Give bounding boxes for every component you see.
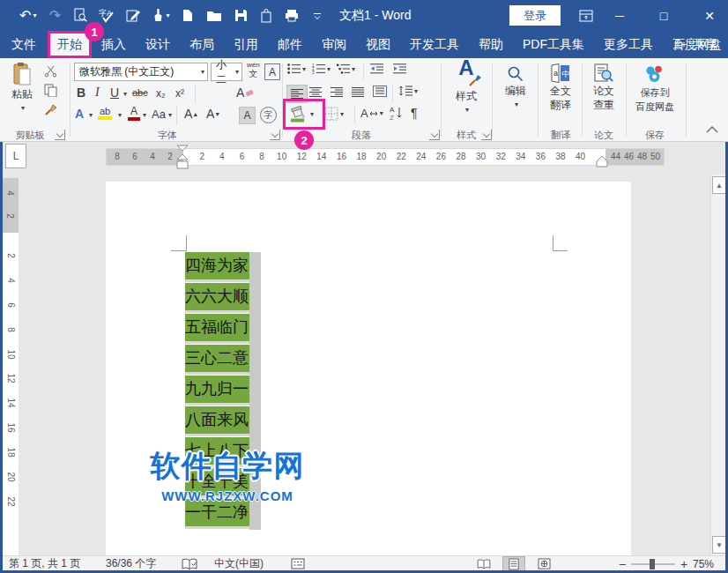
font-name-combo[interactable]: 微软雅黑 (中文正文) ▾	[74, 63, 208, 81]
text-effects-button[interactable]: A	[75, 107, 84, 121]
tab-developer[interactable]: 开发工具	[400, 31, 469, 58]
chevron-down-icon[interactable]: ▾	[143, 111, 146, 119]
tab-help[interactable]: 帮助	[469, 31, 513, 58]
open-button[interactable]	[206, 7, 222, 25]
ribbon-display-options-button[interactable]	[571, 0, 601, 31]
borders-button[interactable]: ▾	[324, 107, 344, 121]
print-layout-button[interactable]	[502, 556, 525, 571]
chevron-down-icon[interactable]: ▾	[168, 111, 172, 119]
tab-stop-selector[interactable]: L	[5, 144, 26, 168]
grow-font-button[interactable]: A▲	[184, 107, 198, 121]
read-mode-button[interactable]	[472, 556, 495, 571]
shrink-font-button[interactable]: A▼	[206, 107, 220, 121]
tab-more-tools[interactable]: 更多工具	[594, 31, 663, 58]
tab-layout[interactable]: 布局	[180, 31, 224, 58]
phonetic-guide-button[interactable]: wén 文	[247, 61, 260, 78]
zoom-level[interactable]: 75%	[693, 556, 714, 571]
align-center-button[interactable]	[309, 87, 322, 97]
format-painter-button[interactable]	[44, 103, 57, 116]
tab-design[interactable]: 设计	[136, 31, 180, 58]
highlighted-text-line[interactable]: 三心二意	[185, 345, 249, 375]
share-button[interactable]: 共享	[672, 31, 717, 58]
new-document-button[interactable]	[181, 7, 195, 25]
highlighted-text-line[interactable]: 八面来风	[185, 406, 249, 436]
sort-button[interactable]: AZ	[390, 105, 403, 121]
page-number-status[interactable]: 第 1 页, 共 1 页	[9, 556, 80, 571]
tab-references[interactable]: 引用	[224, 31, 268, 58]
line-spacing-button[interactable]: ▾	[398, 86, 418, 96]
styles-dialog-launcher[interactable]	[481, 130, 492, 140]
page[interactable]: 四海为家六六大顺五福临门三心二意九九归一八面来风七上八下十全十美一干二净 软件自…	[106, 182, 631, 555]
proofing-status-button[interactable]	[182, 556, 197, 571]
web-layout-button[interactable]	[532, 556, 555, 571]
chevron-down-icon[interactable]: ▾	[89, 111, 93, 119]
clipboard-dialog-launcher[interactable]	[55, 130, 65, 140]
character-shading-button[interactable]: A	[239, 107, 256, 124]
cut-button[interactable]	[44, 64, 57, 78]
tab-view[interactable]: 视图	[356, 31, 400, 58]
zoom-in-button[interactable]: +	[680, 556, 687, 571]
numbered-list-button[interactable]: 123 ▾	[312, 63, 331, 74]
font-dialog-launcher[interactable]	[270, 130, 280, 140]
superscript-button[interactable]: x²	[175, 87, 184, 100]
decrease-indent-button[interactable]	[370, 63, 383, 74]
login-button[interactable]: 登录	[509, 5, 561, 26]
word-count-status[interactable]: 36/36 个字	[106, 556, 156, 571]
vertical-ruler[interactable]: 42 246810121416182022	[3, 178, 19, 555]
touch-mode-button[interactable]: ▾	[152, 7, 169, 25]
highlighted-text-line[interactable]: 五福临门	[185, 314, 249, 344]
clear-formatting-button[interactable]: A	[236, 86, 254, 100]
zoom-out-button[interactable]: −	[619, 556, 626, 571]
redo-button[interactable]: ↷	[48, 7, 62, 25]
strikethrough-button[interactable]: abc	[132, 87, 148, 98]
increase-indent-button[interactable]	[393, 63, 406, 74]
close-button[interactable]: ✕	[695, 0, 724, 31]
copy-button[interactable]	[44, 84, 57, 97]
paper-check-button[interactable]: 论文 查重	[583, 63, 624, 123]
undo-button[interactable]: ↶▾	[19, 7, 36, 25]
quick-print-button[interactable]	[285, 7, 299, 25]
chevron-down-icon[interactable]: ▾	[118, 111, 122, 119]
spelling-check-button[interactable]: 字A	[99, 7, 115, 25]
enclose-characters-button[interactable]: 字	[260, 107, 277, 123]
edit-document-button[interactable]	[126, 7, 141, 25]
character-scaling-button[interactable]: A ▾	[360, 107, 383, 120]
distribute-text-button[interactable]	[373, 86, 387, 97]
save-to-baidu-button[interactable]: 保存到 百度网盘	[628, 63, 682, 123]
highlighted-text-line[interactable]: 一干二净	[185, 499, 249, 529]
collapse-ribbon-button[interactable]	[706, 125, 718, 133]
multilevel-list-button[interactable]: ▾	[337, 63, 355, 74]
input-mode-status-button[interactable]	[291, 556, 305, 571]
justify-button[interactable]	[352, 87, 364, 97]
save-button[interactable]	[234, 7, 248, 25]
font-color-button[interactable]: A	[128, 106, 140, 121]
language-status[interactable]: 中文(中国)	[214, 556, 264, 571]
bullet-list-button[interactable]: ▾	[287, 63, 306, 74]
subscript-button[interactable]: x₂	[156, 87, 166, 100]
highlighted-text-line[interactable]: 六六大顺	[185, 283, 249, 313]
align-right-button[interactable]	[331, 87, 343, 97]
editing-button[interactable]: 编辑 ▾	[495, 65, 536, 123]
scroll-up-button[interactable]: ▲	[712, 176, 726, 194]
highlighted-text-line[interactable]: 四海为家	[185, 252, 249, 282]
horizontal-ruler[interactable]: 8642 24681012141618202224262830323436384…	[106, 148, 665, 166]
tab-review[interactable]: 审阅	[312, 31, 356, 58]
indent-markers[interactable]	[176, 145, 189, 173]
underline-button[interactable]: U	[110, 86, 119, 100]
full-text-translate-button[interactable]: a中 全文 翻译	[540, 63, 581, 123]
maximize-button[interactable]: □	[649, 0, 679, 31]
bold-button[interactable]: B	[77, 86, 85, 100]
zoom-slider-handle[interactable]	[650, 559, 655, 569]
font-size-combo[interactable]: 小二 ▾	[211, 63, 242, 81]
right-indent-marker[interactable]	[596, 155, 608, 167]
tab-pdf-tools[interactable]: PDF工具集	[513, 31, 594, 58]
minimize-button[interactable]: ─	[605, 0, 635, 31]
paragraph-dialog-launcher[interactable]	[429, 130, 440, 140]
print-preview-button[interactable]	[73, 7, 87, 25]
chevron-down-icon[interactable]: ▾	[123, 90, 127, 98]
character-border-button[interactable]: A	[264, 63, 280, 80]
tab-mailings[interactable]: 邮件	[268, 31, 312, 58]
tab-file[interactable]: 文件	[0, 31, 48, 58]
paste-button[interactable]: 粘贴 ▾	[5, 62, 39, 127]
qat-customize-button[interactable]	[310, 7, 324, 25]
